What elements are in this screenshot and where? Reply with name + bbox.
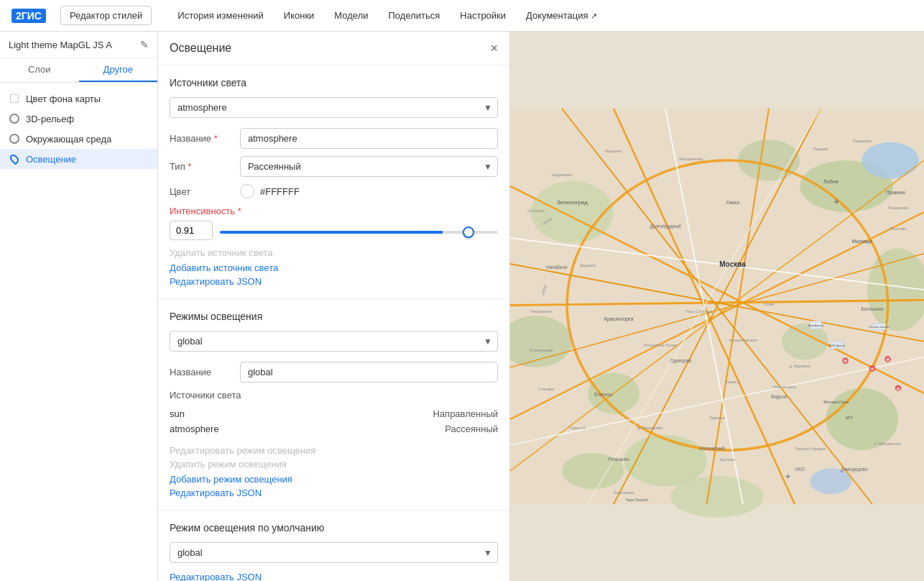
nav-link-share[interactable]: Поделиться	[380, 6, 449, 25]
intensity-slider[interactable]	[220, 231, 498, 234]
color-swatch[interactable]	[240, 184, 254, 198]
type-select-wrapper: Рассеянный Направленный Окружающий ▼	[240, 156, 498, 177]
nav-link-models[interactable]: Модели	[325, 6, 376, 25]
svg-text:Москва-Сити: Москва-Сити	[823, 400, 849, 404]
sidebar-item-3d-relief[interactable]: 3D-рельеф	[0, 109, 157, 129]
svg-text:Поведники: Поведники	[888, 206, 909, 210]
panel-title: Освещение	[170, 42, 231, 55]
svg-text:Горки-10: Горки-10	[569, 426, 586, 430]
svg-text:Мытищи: Мытищи	[851, 238, 872, 244]
sidebar-item-label: Освещение	[26, 154, 76, 165]
add-light-source-link[interactable]: Добавить источник света	[170, 262, 278, 273]
intensity-row: Интенсивность *	[170, 206, 498, 240]
svg-text:Зеленоград: Зеленоград	[557, 199, 588, 206]
sidebar-item-environment[interactable]: Окружающая среда	[0, 129, 157, 149]
type-row: Тип Рассеянный Направленный Окружающий ▼	[170, 156, 498, 177]
svg-text:Домодедово: Домодедово	[841, 467, 868, 472]
source-row-sun: sun Направленный	[170, 406, 498, 421]
modes-select[interactable]: global local	[170, 331, 498, 352]
edit-json-link-default[interactable]: Редактировать JSON	[170, 572, 262, 581]
square-icon	[9, 93, 20, 104]
svg-text:Луж.Арена: Луж.Арена	[808, 324, 824, 327]
add-mode-link[interactable]: Добавить режим освещения	[170, 474, 292, 485]
svg-text:Видное: Видное	[771, 394, 787, 400]
edit-title-icon[interactable]: ✎	[140, 39, 149, 50]
sidebar-title: Light theme MapGL JS A	[9, 40, 134, 50]
tab-layers[interactable]: Слои	[0, 58, 79, 82]
svg-text:Останк.башня: Останк.башня	[869, 325, 890, 329]
svg-text:Пушкино: Пушкино	[886, 190, 905, 196]
svg-text:M: M	[871, 367, 874, 371]
nav-link-docs[interactable]: Документация	[517, 6, 606, 25]
name-label: Название *	[170, 133, 234, 144]
svg-text:Радуми: Радуми	[813, 147, 828, 151]
sidebar: Light theme MapGL JS A ✎ Слои Другое Цве…	[0, 32, 158, 581]
color-row: Цвет #FFFFFF	[170, 184, 498, 198]
pin-icon	[9, 153, 20, 165]
style-editor-button[interactable]: Редактор стилей	[60, 6, 152, 25]
edit-json-link-sources[interactable]: Редактировать JSON	[170, 276, 262, 287]
sidebar-item-lighting[interactable]: Освещение	[0, 149, 157, 169]
map-container[interactable]: Зеленоград Лобня Пушкино Москва Нахабино…	[510, 32, 924, 581]
svg-text:Долгопрудный: Долгопрудный	[650, 224, 681, 229]
type-select[interactable]: Рассеянный Направленный Окружающий	[240, 156, 498, 177]
nav-links: История изменений Иконки Модели Поделить…	[169, 6, 605, 25]
svg-text:д. Назарьево: д. Назарьево	[637, 426, 662, 430]
svg-text:ВЭБ Арена: ВЭБ Арена	[829, 344, 846, 347]
nav-link-history[interactable]: История изменений	[169, 6, 272, 25]
sidebar-items: Цвет фона карты 3D-рельеф Окружающая сре…	[0, 83, 157, 581]
svg-text:Москва: Москва	[719, 260, 746, 268]
mode-name-input[interactable]	[240, 362, 498, 383]
svg-text:Апрелевка: Апрелевка	[614, 490, 634, 495]
svg-text:M: M	[897, 387, 900, 391]
svg-text:VKO: VKO	[795, 467, 805, 472]
svg-text:Московский: Московский	[699, 446, 725, 451]
svg-text:Немчиновка: Немчиновка	[772, 385, 797, 389]
intensity-label: Интенсивность *	[170, 206, 498, 216]
sidebar-item-label: 3D-рельеф	[26, 114, 74, 124]
light-source-select-wrapper: atmosphere sun ambient ▼	[170, 97, 498, 118]
svg-text:Горки-2: Горки-2	[726, 380, 740, 384]
svg-point-12	[862, 142, 919, 178]
sidebar-item-label: Окружающая среда	[26, 134, 111, 145]
svg-text:МГУ: МГУ	[846, 416, 854, 420]
name-input[interactable]	[240, 128, 498, 149]
default-mode-select[interactable]: global local	[170, 542, 498, 563]
svg-text:Голицыно: Голицыно	[608, 457, 629, 462]
svg-point-6	[826, 388, 898, 450]
intensity-controls	[170, 221, 498, 240]
light-source-select[interactable]: atmosphere sun ambient	[170, 97, 498, 118]
lighting-panel: Освещение × Источники света atmosphere s…	[158, 32, 510, 581]
svg-text:✈: ✈	[833, 198, 839, 206]
delete-light-source-link: Удалить источник света	[170, 247, 498, 258]
top-nav: 2ГИС Редактор стилей История изменений И…	[0, 0, 924, 32]
edit-json-link-modes[interactable]: Редактировать JSON	[170, 488, 262, 498]
intensity-input[interactable]	[170, 221, 213, 240]
sidebar-item-bg-color[interactable]: Цвет фона карты	[0, 88, 157, 109]
nav-link-settings[interactable]: Настройки	[451, 6, 514, 25]
svg-text:Акулово: Акулово	[719, 457, 735, 462]
close-button[interactable]: ×	[490, 42, 498, 55]
globe-icon	[9, 113, 20, 124]
svg-text:✈: ✈	[785, 473, 791, 480]
slider-wrapper	[220, 225, 498, 236]
svg-text:Снегири: Снегири	[538, 387, 554, 391]
svg-text:Архангельское: Архангельское	[729, 338, 757, 342]
svg-text:Ильинское-Усово: Ильинское-Усово	[644, 343, 677, 347]
svg-text:M: M	[844, 359, 846, 363]
svg-text:Паш.Слобода: Паш.Слобода	[685, 309, 713, 314]
type-label: Тип	[170, 161, 234, 172]
name-row: Название *	[170, 128, 498, 149]
map-svg: Зеленоград Лобня Пушкино Москва Нахабино…	[510, 32, 924, 581]
lighting-modes-title: Режимы освещения	[170, 311, 498, 322]
source-name-sun: sun	[170, 408, 185, 419]
nav-link-icons[interactable]: Иконки	[275, 6, 323, 25]
svg-text:Балашиха: Балашиха	[861, 306, 884, 311]
delete-mode-link: Удалить режим освещения	[170, 459, 498, 470]
svg-text:Химки: Химки	[726, 200, 739, 205]
mode-name-label: Название	[170, 367, 234, 378]
light-sources-title: Источники света	[170, 77, 498, 88]
svg-text:Сысоево: Сысоево	[527, 209, 545, 213]
tab-other[interactable]: Другое	[79, 58, 158, 82]
edit-mode-link: Редактировать режим освещения	[170, 445, 498, 456]
